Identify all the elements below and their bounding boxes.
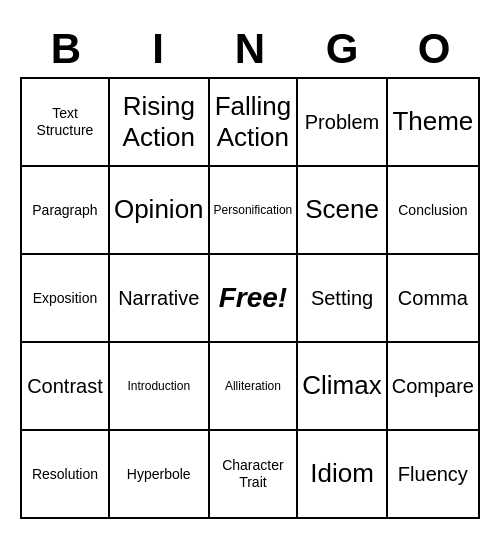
cell-text-1: Rising Action xyxy=(114,91,204,153)
bingo-cell-10: Exposition xyxy=(22,255,110,343)
cell-text-18: Climax xyxy=(302,370,381,401)
cell-text-13: Setting xyxy=(311,286,373,310)
cell-text-23: Idiom xyxy=(310,458,374,489)
cell-text-22: Character Trait xyxy=(214,457,293,491)
bingo-cell-22: Character Trait xyxy=(210,431,299,519)
bingo-cell-16: Introduction xyxy=(110,343,210,431)
bingo-cell-11: Narrative xyxy=(110,255,210,343)
bingo-grid: Text StructureRising ActionFalling Actio… xyxy=(20,77,480,519)
cell-text-7: Personification xyxy=(214,203,293,217)
cell-text-14: Comma xyxy=(398,286,468,310)
cell-text-6: Opinion xyxy=(114,194,204,225)
bingo-cell-8: Scene xyxy=(298,167,387,255)
cell-text-8: Scene xyxy=(305,194,379,225)
cell-text-0: Text Structure xyxy=(26,105,104,139)
bingo-letter-b: B xyxy=(22,25,110,73)
bingo-cell-6: Opinion xyxy=(110,167,210,255)
bingo-header: BINGO xyxy=(20,25,480,73)
bingo-cell-2: Falling Action xyxy=(210,79,299,167)
bingo-cell-9: Conclusion xyxy=(388,167,480,255)
cell-text-15: Contrast xyxy=(27,374,103,398)
bingo-cell-7: Personification xyxy=(210,167,299,255)
cell-text-2: Falling Action xyxy=(214,91,293,153)
cell-text-19: Compare xyxy=(392,374,474,398)
cell-text-20: Resolution xyxy=(32,466,98,483)
bingo-cell-0: Text Structure xyxy=(22,79,110,167)
bingo-cell-19: Compare xyxy=(388,343,480,431)
bingo-cell-15: Contrast xyxy=(22,343,110,431)
cell-text-4: Theme xyxy=(392,106,473,137)
bingo-cell-24: Fluency xyxy=(388,431,480,519)
bingo-cell-12: Free! xyxy=(210,255,299,343)
cell-text-10: Exposition xyxy=(33,290,98,307)
bingo-cell-23: Idiom xyxy=(298,431,387,519)
cell-text-9: Conclusion xyxy=(398,202,467,219)
bingo-card: BINGO Text StructureRising ActionFalling… xyxy=(10,15,490,529)
bingo-cell-3: Problem xyxy=(298,79,387,167)
bingo-cell-14: Comma xyxy=(388,255,480,343)
cell-text-3: Problem xyxy=(305,110,379,134)
cell-text-5: Paragraph xyxy=(32,202,97,219)
bingo-letter-i: I xyxy=(114,25,202,73)
cell-text-11: Narrative xyxy=(118,286,199,310)
bingo-cell-5: Paragraph xyxy=(22,167,110,255)
bingo-letter-o: O xyxy=(390,25,478,73)
cell-text-21: Hyperbole xyxy=(127,466,191,483)
cell-text-12: Free! xyxy=(219,281,287,315)
bingo-cell-1: Rising Action xyxy=(110,79,210,167)
bingo-cell-20: Resolution xyxy=(22,431,110,519)
bingo-cell-13: Setting xyxy=(298,255,387,343)
bingo-cell-21: Hyperbole xyxy=(110,431,210,519)
bingo-letter-n: N xyxy=(206,25,294,73)
bingo-letter-g: G xyxy=(298,25,386,73)
cell-text-24: Fluency xyxy=(398,462,468,486)
cell-text-16: Introduction xyxy=(127,379,190,393)
cell-text-17: Alliteration xyxy=(225,379,281,393)
bingo-cell-4: Theme xyxy=(388,79,480,167)
bingo-cell-18: Climax xyxy=(298,343,387,431)
bingo-cell-17: Alliteration xyxy=(210,343,299,431)
